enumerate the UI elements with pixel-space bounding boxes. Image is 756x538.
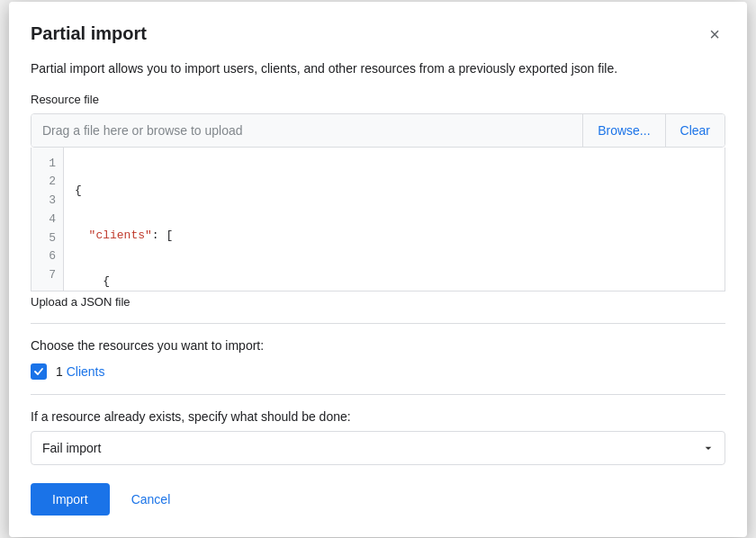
code-content: 1 2 3 4 5 6 7 { "clients": [ { "id": "01… bbox=[32, 148, 724, 291]
line-numbers: 1 2 3 4 5 6 7 bbox=[32, 148, 64, 291]
file-drop-area[interactable]: Drag a file here or browse to upload bbox=[32, 114, 582, 147]
clients-checkbox[interactable] bbox=[31, 363, 47, 380]
conflict-dropdown[interactable]: Fail import Skip Overwrite bbox=[31, 431, 725, 465]
conflict-dropdown-wrapper: Fail import Skip Overwrite bbox=[31, 431, 725, 465]
code-line: { bbox=[75, 182, 714, 201]
partial-import-dialog: Partial import × Partial import allows y… bbox=[9, 2, 747, 537]
conflict-label: If a resource already exists, specify wh… bbox=[31, 409, 725, 424]
choose-label: Choose the resources you want to import: bbox=[31, 338, 725, 353]
code-line: { bbox=[75, 273, 714, 291]
import-button[interactable]: Import bbox=[31, 483, 110, 516]
browse-button[interactable]: Browse... bbox=[582, 114, 664, 147]
code-line: "clients": [ bbox=[75, 227, 714, 246]
dialog-description: Partial import allows you to import user… bbox=[31, 59, 725, 78]
file-upload-row: Drag a file here or browse to upload Bro… bbox=[31, 113, 725, 148]
resource-file-label: Resource file bbox=[31, 93, 725, 106]
code-lines: { "clients": [ { "id": "011492ed-3859-44… bbox=[64, 148, 724, 291]
close-button[interactable]: × bbox=[704, 23, 725, 45]
dialog-header: Partial import × bbox=[31, 23, 725, 45]
upload-hint: Upload a JSON file bbox=[31, 295, 725, 309]
code-viewer: 1 2 3 4 5 6 7 { "clients": [ { "id": "01… bbox=[31, 148, 725, 291]
checkmark-icon bbox=[33, 366, 44, 377]
dialog-title: Partial import bbox=[31, 23, 147, 44]
cancel-button[interactable]: Cancel bbox=[124, 483, 178, 516]
divider-2 bbox=[31, 394, 725, 395]
action-row: Import Cancel bbox=[31, 483, 725, 516]
clear-button[interactable]: Clear bbox=[665, 114, 724, 147]
divider-1 bbox=[31, 323, 725, 324]
resource-label: 1 Clients bbox=[56, 364, 104, 379]
resource-item: 1 Clients bbox=[31, 363, 725, 380]
